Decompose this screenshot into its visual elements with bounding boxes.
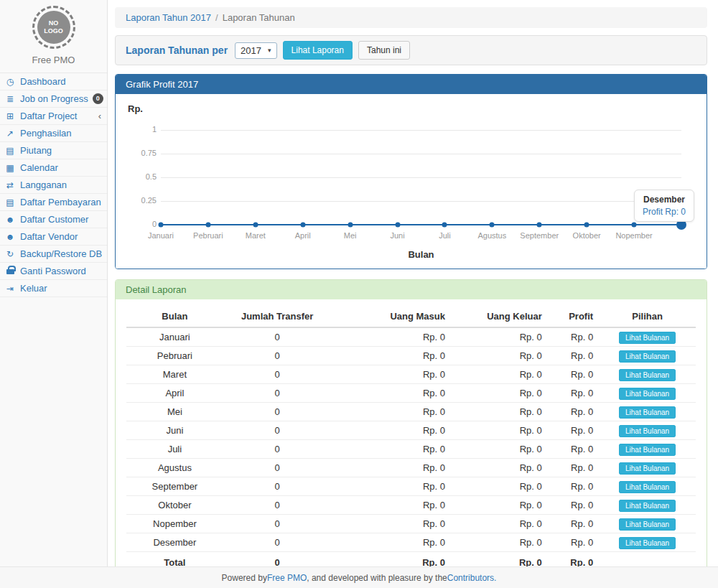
sidebar-item-calendar[interactable]: ▦ Calendar [0, 159, 107, 177]
view-monthly-button[interactable]: Lihat Bulanan [619, 444, 676, 456]
breadcrumb-link[interactable]: Laporan Tahun 2017 [126, 12, 211, 23]
cell-profit: Rp. 0 [548, 347, 599, 365]
col-header-bulan: Bulan [126, 305, 223, 327]
view-monthly-button[interactable]: Lihat Bulanan [619, 388, 676, 400]
cell-transfer: 0 [223, 496, 332, 515]
data-point[interactable] [490, 223, 495, 228]
view-monthly-button[interactable]: Lihat Bulanan [619, 369, 676, 381]
sidebar-item-keluar[interactable]: ⇥ Keluar [0, 280, 107, 297]
data-point[interactable] [159, 223, 164, 228]
cell-masuk: Rp. 0 [331, 440, 451, 459]
sidebar-item-ganti-password[interactable]: Ganti Password [0, 263, 107, 280]
data-point[interactable] [395, 223, 400, 228]
cell-profit: Rp. 0 [548, 477, 599, 496]
cell-profit: Rp. 0 [548, 533, 599, 552]
view-monthly-button[interactable]: Lihat Bulanan [619, 332, 676, 344]
table-row: Oktober 0 Rp. 0 Rp. 0 Rp. 0 Lihat Bulana… [126, 496, 696, 515]
view-monthly-button[interactable]: Lihat Bulanan [619, 425, 676, 437]
sidebar-item-dashboard[interactable]: ◷ Dashboard [0, 73, 107, 90]
y-tick-label: 0 [126, 220, 157, 228]
cell-profit: Rp. 0 [548, 384, 599, 403]
view-monthly-button[interactable]: Lihat Bulanan [619, 462, 676, 475]
main-content: Laporan Tahun 2017/Laporan Tahunan Lapor… [108, 0, 718, 583]
table-icon: ⊞ [4, 111, 16, 121]
cell-keluar: Rp. 0 [451, 477, 548, 496]
sidebar-item-daftar-vendor[interactable]: ☻ Daftar Vendor [0, 228, 107, 246]
this-year-button[interactable]: Tahun ini [358, 41, 410, 60]
cell-bulan: Nopember [126, 515, 223, 533]
footer-link-freepmo[interactable]: Free PMO [267, 573, 307, 583]
data-point[interactable] [300, 223, 305, 228]
sidebar-item-langganan[interactable]: ⇄ Langganan [0, 177, 107, 194]
view-monthly-button[interactable]: Lihat Bulanan [619, 500, 676, 512]
cell-profit: Rp. 0 [548, 459, 599, 477]
y-tick-label: 0.25 [126, 196, 157, 205]
data-point[interactable] [442, 223, 447, 228]
cell-transfer: 0 [223, 421, 332, 440]
data-point[interactable] [205, 223, 210, 228]
view-monthly-button[interactable]: Lihat Bulanan [619, 350, 676, 363]
cell-bulan: Oktober [126, 496, 223, 515]
count-badge: 0 [93, 93, 103, 104]
no-logo-badge: NO LOGO [32, 6, 75, 49]
cell-bulan: Juni [126, 421, 223, 440]
cell-keluar: Rp. 0 [451, 384, 548, 403]
cell-transfer: 0 [223, 533, 332, 552]
cell-bulan: Desember [126, 533, 223, 552]
sidebar-item-backup-restore-db[interactable]: ↻ Backup/Restore DB [0, 246, 107, 263]
no-logo-text: NO LOGO [37, 11, 70, 44]
year-select-value: 2017 [241, 45, 261, 56]
cell-masuk: Rp. 0 [331, 365, 451, 384]
data-point[interactable] [348, 223, 353, 228]
view-monthly-button[interactable]: Lihat Bulanan [619, 518, 676, 531]
view-report-button[interactable]: Lihat Laporan [283, 41, 353, 60]
year-select[interactable]: 2017 ▾ [235, 42, 276, 59]
report-table: Bulan Jumlah Transfer Uang Masuk Uang Ke… [126, 305, 696, 571]
data-point[interactable] [584, 223, 589, 228]
x-tick-label: Oktober [573, 231, 601, 240]
sidebar-item-daftar-project[interactable]: ⊞ Daftar Project ‹ [0, 108, 107, 125]
dashboard-icon: ◷ [4, 77, 16, 87]
table-row: Nopember 0 Rp. 0 Rp. 0 Rp. 0 Lihat Bulan… [126, 515, 696, 533]
chart-body: Rp. Bulan Desember Profit Rp: 0 10.750.5… [116, 94, 707, 269]
cell-bulan: Maret [126, 365, 223, 384]
refresh-icon: ↻ [4, 249, 16, 259]
table-row: Juli 0 Rp. 0 Rp. 0 Rp. 0 Lihat Bulanan [126, 440, 696, 459]
chevron-down-icon: ▾ [268, 47, 271, 54]
view-monthly-button[interactable]: Lihat Bulanan [619, 481, 676, 493]
sidebar-item-daftar-pembayaran[interactable]: ▤ Daftar Pembayaran [0, 194, 107, 211]
logo-area: NO LOGO Free PMO [0, 0, 107, 73]
data-point[interactable] [632, 223, 637, 228]
footer-text-middle: , and developed with pleasure by the [307, 573, 447, 583]
data-point[interactable] [253, 223, 258, 228]
sidebar-item-job-on-progress[interactable]: ≣ Job on Progress 0 [0, 90, 107, 108]
view-monthly-button[interactable]: Lihat Bulanan [619, 406, 676, 419]
data-point[interactable] [537, 223, 542, 228]
table-row: Januari 0 Rp. 0 Rp. 0 Rp. 0 Lihat Bulana… [126, 327, 696, 347]
table-row: Mei 0 Rp. 0 Rp. 0 Rp. 0 Lihat Bulanan [126, 403, 696, 421]
detail-body: Bulan Jumlah Transfer Uang Masuk Uang Ke… [116, 299, 707, 582]
cell-keluar: Rp. 0 [451, 365, 548, 384]
chevron-left-icon: ‹ [98, 111, 101, 121]
col-header-profit: Profit [548, 305, 599, 327]
y-tick-label: 1 [126, 125, 157, 134]
money-icon: ▤ [4, 197, 16, 207]
cell-bulan: September [126, 477, 223, 496]
chart-area: Rp. Bulan Desember Profit Rp: 0 10.750.5… [126, 105, 696, 261]
cell-keluar: Rp. 0 [451, 421, 548, 440]
cell-transfer: 0 [223, 347, 332, 365]
sidebar-menu: ◷ Dashboard ≣ Job on Progress 0 ⊞ Daftar… [0, 73, 107, 297]
users-icon: ☻ [4, 215, 16, 225]
chart-line-icon: ↗ [4, 129, 16, 139]
col-header-transfer: Jumlah Transfer [223, 305, 332, 327]
cell-transfer: 0 [223, 403, 332, 421]
sidebar-item-penghasilan[interactable]: ↗ Penghasilan [0, 125, 107, 142]
cell-keluar: Rp. 0 [451, 403, 548, 421]
view-monthly-button[interactable]: Lihat Bulanan [619, 537, 676, 549]
y-tick-label: 0.75 [126, 149, 157, 157]
table-row: September 0 Rp. 0 Rp. 0 Rp. 0 Lihat Bula… [126, 477, 696, 496]
sidebar-item-daftar-customer[interactable]: ☻ Daftar Customer [0, 211, 107, 228]
sidebar-item-piutang[interactable]: ▤ Piutang [0, 142, 107, 159]
col-header-pilihan: Pilihan [599, 305, 696, 327]
footer-link-contributors[interactable]: Contributors. [447, 573, 497, 583]
